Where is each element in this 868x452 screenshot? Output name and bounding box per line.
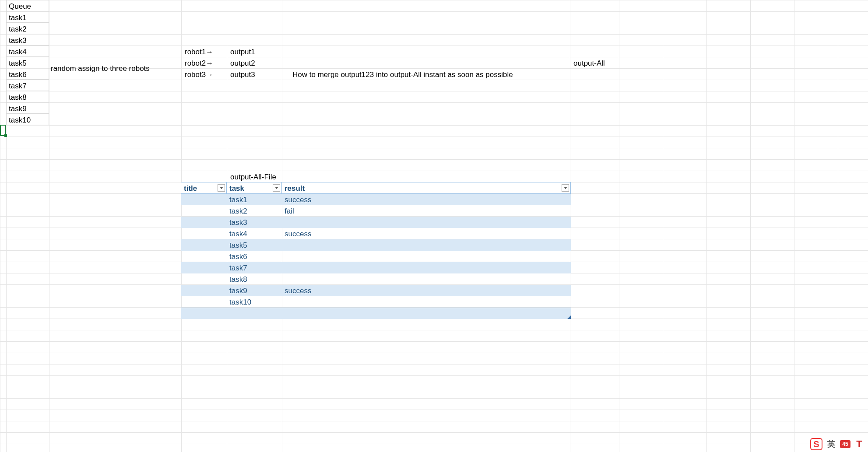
gridline-horizontal bbox=[0, 0, 868, 0]
ime-badge-icon[interactable]: 45 bbox=[840, 440, 850, 448]
queue-task-label: task8 bbox=[7, 91, 49, 102]
gridline-vertical bbox=[750, 0, 751, 452]
gridline-horizontal bbox=[0, 410, 868, 410]
robot-name[interactable]: robot3→ bbox=[183, 68, 226, 80]
queue-task-label: task9 bbox=[7, 102, 49, 114]
table-header-label: title bbox=[184, 184, 197, 193]
table-cell-title[interactable] bbox=[181, 239, 227, 251]
table-header-title[interactable]: title bbox=[181, 182, 227, 194]
table-header-result[interactable]: result bbox=[282, 182, 571, 194]
table-resize-handle-icon[interactable] bbox=[567, 315, 571, 319]
table-cell-task[interactable]: task1 bbox=[227, 194, 282, 205]
gridline-horizontal bbox=[0, 159, 868, 160]
table-cell-result[interactable] bbox=[282, 251, 571, 262]
gridline-horizontal bbox=[0, 432, 868, 433]
table-cell-task[interactable]: task5 bbox=[227, 239, 282, 251]
table-row[interactable]: task6 bbox=[181, 251, 571, 262]
ime-tray: S英45T bbox=[810, 438, 865, 450]
gridline-horizontal bbox=[0, 398, 868, 399]
table-cell-task[interactable]: task4 bbox=[227, 228, 282, 239]
table-cell-task[interactable]: task8 bbox=[227, 273, 282, 285]
table-row[interactable]: task7 bbox=[181, 262, 571, 273]
ime-skin-icon[interactable]: T bbox=[853, 438, 865, 450]
table-row[interactable]: task3 bbox=[181, 217, 571, 228]
table-header-task[interactable]: task bbox=[227, 182, 282, 194]
table-cell-result[interactable]: fail bbox=[282, 205, 571, 217]
gridline-vertical bbox=[0, 0, 0, 452]
gridline-horizontal bbox=[0, 341, 868, 342]
table-row[interactable]: task10 bbox=[181, 296, 571, 308]
table-row[interactable]: task2fail bbox=[181, 205, 571, 217]
output-table-footer bbox=[181, 308, 571, 319]
gridline-vertical bbox=[619, 0, 619, 452]
table-cell-title[interactable] bbox=[181, 273, 227, 285]
output-all-label[interactable]: output-All bbox=[572, 57, 618, 68]
table-cell-title[interactable] bbox=[181, 296, 227, 308]
robot-name[interactable]: robot2→ bbox=[183, 57, 226, 68]
table-cell-result[interactable] bbox=[282, 262, 571, 273]
table-cell-task[interactable]: task10 bbox=[227, 296, 282, 308]
gridline-horizontal bbox=[0, 148, 868, 148]
table-cell-result[interactable] bbox=[282, 239, 571, 251]
table-row[interactable]: task4success bbox=[181, 228, 571, 239]
assign-note[interactable]: random assign to three robots bbox=[49, 11, 181, 125]
queue-task-label: task10 bbox=[7, 114, 49, 125]
robot-name[interactable]: robot1→ bbox=[183, 46, 226, 57]
output-table-title[interactable]: output-All-File bbox=[228, 171, 316, 182]
filter-dropdown-icon[interactable] bbox=[562, 184, 569, 192]
table-cell-task[interactable]: task7 bbox=[227, 262, 282, 273]
robot-output[interactable]: output1 bbox=[228, 46, 281, 57]
queue-task-label: task6 bbox=[7, 68, 49, 80]
table-cell-title[interactable] bbox=[181, 194, 227, 205]
gridline-vertical bbox=[838, 0, 838, 452]
table-cell-result[interactable] bbox=[282, 217, 571, 228]
queue-task-label: task3 bbox=[7, 34, 49, 46]
merge-question[interactable]: How to merge output123 into output-All i… bbox=[291, 68, 568, 80]
table-cell-title[interactable] bbox=[181, 205, 227, 217]
table-cell-title[interactable] bbox=[181, 262, 227, 273]
table-cell-result[interactable]: success bbox=[282, 285, 571, 296]
gridline-horizontal bbox=[0, 387, 868, 387]
gridline-horizontal bbox=[0, 364, 868, 364]
filter-dropdown-icon[interactable] bbox=[218, 184, 225, 192]
gridline-horizontal bbox=[0, 330, 868, 330]
gridline-horizontal bbox=[0, 444, 868, 444]
table-cell-title[interactable] bbox=[181, 217, 227, 228]
table-cell-task[interactable]: task2 bbox=[227, 205, 282, 217]
output-table-header: titletaskresult bbox=[181, 182, 571, 194]
table-cell-title[interactable] bbox=[181, 228, 227, 239]
table-cell-result[interactable]: success bbox=[282, 194, 571, 205]
ime-sogou-icon[interactable]: S bbox=[810, 438, 822, 450]
gridline-horizontal bbox=[0, 421, 868, 421]
filter-dropdown-icon[interactable] bbox=[273, 184, 280, 192]
table-row[interactable]: task5 bbox=[181, 239, 571, 251]
gridline-vertical bbox=[663, 0, 663, 452]
table-cell-task[interactable]: task6 bbox=[227, 251, 282, 262]
queue-task-label: task7 bbox=[7, 80, 49, 91]
queue-task-label: task5 bbox=[7, 57, 49, 68]
table-row[interactable]: task1success bbox=[181, 194, 571, 205]
gridline-horizontal bbox=[0, 171, 868, 171]
output-table: titletaskresulttask1successtask2failtask… bbox=[181, 182, 571, 319]
ime-language-icon[interactable]: 英 bbox=[825, 438, 837, 450]
table-cell-title[interactable] bbox=[181, 251, 227, 262]
robot-output[interactable]: output2 bbox=[228, 57, 281, 68]
active-cell-cursor bbox=[0, 125, 6, 136]
table-row[interactable]: task9success bbox=[181, 285, 571, 296]
gridline-vertical bbox=[794, 0, 794, 452]
table-cell-result[interactable] bbox=[282, 273, 571, 285]
gridline-horizontal bbox=[0, 353, 868, 353]
gridline-horizontal bbox=[0, 375, 868, 376]
queue-header-label: Queue bbox=[7, 0, 49, 11]
table-cell-title[interactable] bbox=[181, 285, 227, 296]
table-header-label: task bbox=[229, 184, 244, 193]
gridline-horizontal bbox=[0, 125, 868, 126]
table-cell-task[interactable]: task9 bbox=[227, 285, 282, 296]
table-row[interactable]: task8 bbox=[181, 273, 571, 285]
robot-output[interactable]: output3 bbox=[228, 68, 281, 80]
queue-task-label: task4 bbox=[7, 46, 49, 57]
output-table-body: task1successtask2failtask3task4successta… bbox=[181, 194, 571, 308]
table-cell-result[interactable]: success bbox=[282, 228, 571, 239]
table-cell-result[interactable] bbox=[282, 296, 571, 308]
table-cell-task[interactable]: task3 bbox=[227, 217, 282, 228]
